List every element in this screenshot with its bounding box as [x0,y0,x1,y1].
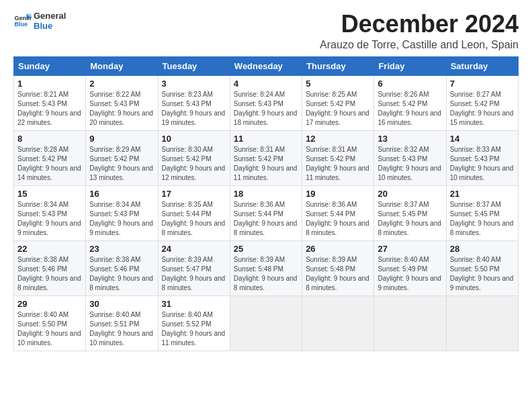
day-info: Sunrise: 8:39 AM Sunset: 5:47 PM Dayligh… [162,255,226,293]
calendar-week-row: 8Sunrise: 8:28 AM Sunset: 5:42 PM Daylig… [14,130,519,185]
day-info: Sunrise: 8:40 AM Sunset: 5:50 PM Dayligh… [450,255,515,293]
day-number: 13 [378,134,442,144]
calendar-header-row: Sunday Monday Tuesday Wednesday Thursday… [14,56,519,75]
table-row [446,295,518,351]
day-number: 20 [378,189,442,199]
day-info: Sunrise: 8:39 AM Sunset: 5:48 PM Dayligh… [234,255,298,293]
day-info: Sunrise: 8:26 AM Sunset: 5:42 PM Dayligh… [378,90,442,128]
table-row: 30Sunrise: 8:40 AM Sunset: 5:51 PM Dayli… [86,295,158,351]
col-thursday: Thursday [302,56,374,75]
table-row: 27Sunrise: 8:40 AM Sunset: 5:49 PM Dayli… [374,240,446,295]
table-row [230,295,302,351]
day-number: 2 [89,79,154,89]
table-row: 2Sunrise: 8:22 AM Sunset: 5:43 PM Daylig… [86,75,158,130]
day-number: 14 [450,134,515,144]
table-row: 16Sunrise: 8:34 AM Sunset: 5:43 PM Dayli… [86,185,158,240]
table-row [302,295,374,351]
day-info: Sunrise: 8:21 AM Sunset: 5:43 PM Dayligh… [17,90,82,128]
table-row: 7Sunrise: 8:27 AM Sunset: 5:42 PM Daylig… [446,75,518,130]
table-row: 12Sunrise: 8:31 AM Sunset: 5:42 PM Dayli… [302,130,374,185]
table-row: 10Sunrise: 8:30 AM Sunset: 5:42 PM Dayli… [158,130,230,185]
day-info: Sunrise: 8:31 AM Sunset: 5:42 PM Dayligh… [306,145,370,183]
day-info: Sunrise: 8:36 AM Sunset: 5:44 PM Dayligh… [234,200,298,238]
day-info: Sunrise: 8:25 AM Sunset: 5:42 PM Dayligh… [306,90,370,128]
calendar-week-row: 22Sunrise: 8:38 AM Sunset: 5:46 PM Dayli… [14,240,519,295]
table-row: 13Sunrise: 8:32 AM Sunset: 5:43 PM Dayli… [374,130,446,185]
day-number: 18 [234,189,298,199]
day-number: 27 [378,244,442,254]
day-number: 7 [450,79,515,89]
table-row: 29Sunrise: 8:40 AM Sunset: 5:50 PM Dayli… [14,295,86,351]
day-info: Sunrise: 8:23 AM Sunset: 5:43 PM Dayligh… [162,90,226,128]
day-number: 12 [306,134,370,144]
table-row: 14Sunrise: 8:33 AM Sunset: 5:43 PM Dayli… [446,130,518,185]
day-number: 31 [162,299,226,309]
day-number: 28 [450,244,515,254]
day-number: 4 [234,79,298,89]
location-subtitle: Arauzo de Torre, Castille and Leon, Spai… [320,39,519,51]
col-saturday: Saturday [446,56,518,75]
table-row: 26Sunrise: 8:39 AM Sunset: 5:48 PM Dayli… [302,240,374,295]
title-block: December 2024 Arauzo de Torre, Castille … [320,11,519,51]
day-number: 30 [89,299,154,309]
day-number: 1 [17,79,82,89]
day-number: 16 [89,189,154,199]
table-row: 28Sunrise: 8:40 AM Sunset: 5:50 PM Dayli… [446,240,518,295]
day-info: Sunrise: 8:22 AM Sunset: 5:43 PM Dayligh… [89,90,154,128]
table-row: 21Sunrise: 8:37 AM Sunset: 5:45 PM Dayli… [446,185,518,240]
day-number: 17 [162,189,226,199]
day-info: Sunrise: 8:30 AM Sunset: 5:42 PM Dayligh… [162,145,226,183]
col-wednesday: Wednesday [230,56,302,75]
day-number: 11 [234,134,298,144]
table-row: 11Sunrise: 8:31 AM Sunset: 5:42 PM Dayli… [230,130,302,185]
col-friday: Friday [374,56,446,75]
day-number: 29 [17,299,82,309]
table-row: 15Sunrise: 8:34 AM Sunset: 5:43 PM Dayli… [14,185,86,240]
day-info: Sunrise: 8:37 AM Sunset: 5:45 PM Dayligh… [378,200,442,238]
table-row: 6Sunrise: 8:26 AM Sunset: 5:42 PM Daylig… [374,75,446,130]
table-row: 19Sunrise: 8:36 AM Sunset: 5:44 PM Dayli… [302,185,374,240]
day-info: Sunrise: 8:32 AM Sunset: 5:43 PM Dayligh… [378,145,442,183]
day-number: 9 [89,134,154,144]
page-header: General Blue General Blue December 2024 … [13,11,519,51]
table-row: 18Sunrise: 8:36 AM Sunset: 5:44 PM Dayli… [230,185,302,240]
logo: General Blue General Blue [13,11,66,31]
day-info: Sunrise: 8:31 AM Sunset: 5:42 PM Dayligh… [234,145,298,183]
day-info: Sunrise: 8:28 AM Sunset: 5:42 PM Dayligh… [17,145,82,183]
day-number: 23 [89,244,154,254]
table-row: 25Sunrise: 8:39 AM Sunset: 5:48 PM Dayli… [230,240,302,295]
col-tuesday: Tuesday [158,56,230,75]
day-number: 21 [450,189,515,199]
calendar-week-row: 29Sunrise: 8:40 AM Sunset: 5:50 PM Dayli… [14,295,519,351]
day-info: Sunrise: 8:40 AM Sunset: 5:49 PM Dayligh… [378,255,442,293]
table-row: 17Sunrise: 8:35 AM Sunset: 5:44 PM Dayli… [158,185,230,240]
logo-icon: General Blue [13,11,32,30]
day-info: Sunrise: 8:35 AM Sunset: 5:44 PM Dayligh… [162,200,226,238]
logo-general: General [34,11,66,21]
day-number: 5 [306,79,370,89]
table-row: 5Sunrise: 8:25 AM Sunset: 5:42 PM Daylig… [302,75,374,130]
col-sunday: Sunday [14,56,86,75]
day-number: 19 [306,189,370,199]
day-number: 8 [17,134,82,144]
day-info: Sunrise: 8:40 AM Sunset: 5:51 PM Dayligh… [89,310,154,348]
col-monday: Monday [86,56,158,75]
table-row: 24Sunrise: 8:39 AM Sunset: 5:47 PM Dayli… [158,240,230,295]
day-info: Sunrise: 8:38 AM Sunset: 5:46 PM Dayligh… [89,255,154,293]
day-info: Sunrise: 8:38 AM Sunset: 5:46 PM Dayligh… [17,255,82,293]
day-number: 10 [162,134,226,144]
day-number: 3 [162,79,226,89]
svg-text:Blue: Blue [14,21,28,28]
table-row: 23Sunrise: 8:38 AM Sunset: 5:46 PM Dayli… [86,240,158,295]
day-info: Sunrise: 8:29 AM Sunset: 5:42 PM Dayligh… [89,145,154,183]
day-info: Sunrise: 8:24 AM Sunset: 5:43 PM Dayligh… [234,90,298,128]
day-info: Sunrise: 8:33 AM Sunset: 5:43 PM Dayligh… [450,145,515,183]
day-info: Sunrise: 8:40 AM Sunset: 5:52 PM Dayligh… [162,310,226,348]
day-info: Sunrise: 8:27 AM Sunset: 5:42 PM Dayligh… [450,90,515,128]
table-row [374,295,446,351]
day-info: Sunrise: 8:40 AM Sunset: 5:50 PM Dayligh… [17,310,82,348]
calendar-week-row: 15Sunrise: 8:34 AM Sunset: 5:43 PM Dayli… [14,185,519,240]
day-number: 25 [234,244,298,254]
day-info: Sunrise: 8:39 AM Sunset: 5:48 PM Dayligh… [306,255,370,293]
day-number: 22 [17,244,82,254]
